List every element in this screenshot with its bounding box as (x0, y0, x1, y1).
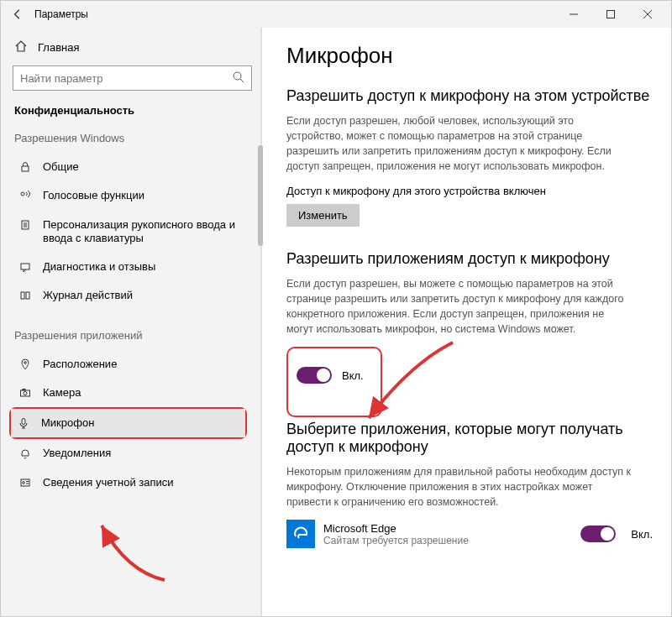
app-edge-toggle-label: Вкл. (631, 528, 653, 541)
activity-icon (18, 289, 33, 301)
section-app-permissions: Разрешения приложений (14, 329, 252, 342)
section1-title: Разрешить доступ к микрофону на этом уст… (286, 87, 653, 105)
section1-desc: Если доступ разрешен, любой человек, исп… (286, 113, 631, 175)
svg-rect-6 (22, 166, 29, 171)
svg-rect-14 (26, 292, 29, 299)
sidebar-item-location[interactable]: Расположение (13, 350, 252, 379)
titlebar: Параметры (1, 1, 671, 28)
app-edge-toggle[interactable] (580, 525, 616, 542)
microphone-icon (16, 416, 31, 429)
svg-rect-19 (22, 419, 25, 425)
section2-desc: Если доступ разрешен, вы можете с помощь… (286, 276, 631, 337)
change-button[interactable]: Изменить (286, 204, 360, 227)
svg-rect-13 (21, 292, 24, 299)
back-button[interactable] (6, 3, 29, 26)
sidebar-item-label: Расположение (43, 358, 117, 371)
sidebar-item-label: Персонализация рукописного ввода и ввода… (43, 218, 247, 246)
lock-icon (18, 160, 33, 173)
apps-access-toggle[interactable] (297, 367, 332, 384)
feedback-icon (18, 260, 33, 273)
sidebar-item-label: Голосовые функции (43, 189, 144, 202)
section3-desc: Некоторым приложениям для правильной раб… (286, 464, 631, 510)
search-input[interactable] (13, 65, 252, 91)
sidebar-home[interactable]: Главная (13, 34, 252, 65)
sidebar-item-label: Камера (43, 386, 81, 400)
svg-rect-18 (23, 389, 25, 390)
edge-icon (286, 520, 315, 548)
close-button[interactable] (629, 2, 666, 27)
app-sub: Сайтам требуется разрешение (323, 535, 572, 546)
sidebar-category: Конфиденциальность (14, 104, 252, 117)
home-icon (14, 39, 28, 55)
svg-point-21 (23, 481, 25, 484)
minimize-button[interactable] (555, 2, 592, 27)
location-icon (18, 358, 33, 370)
sidebar-item-label: Сведения учетной записи (43, 476, 174, 489)
svg-point-15 (24, 361, 27, 363)
device-access-status: Доступ к микрофону для этого устройства … (286, 185, 653, 197)
account-icon (18, 476, 33, 489)
app-name: Microsoft Edge (323, 522, 572, 535)
sidebar-item-camera[interactable]: Камера (13, 379, 252, 407)
sidebar-item-inking[interactable]: Персонализация рукописного ввода и ввода… (13, 211, 252, 254)
maximize-button[interactable] (592, 2, 629, 27)
sidebar-item-speech[interactable]: Голосовые функции (13, 181, 252, 210)
window-title: Параметры (34, 8, 88, 20)
speech-icon (18, 189, 33, 201)
bell-icon (18, 447, 33, 459)
clipboard-icon (18, 218, 33, 231)
content-area: Микрофон Разрешить доступ к микрофону на… (261, 28, 671, 616)
svg-point-4 (234, 72, 241, 80)
sidebar-item-microphone[interactable]: Микрофон (11, 409, 245, 437)
sidebar-item-diagnostics[interactable]: Диагностика и отзывы (13, 253, 252, 281)
section-windows-permissions: Разрешения Windows (14, 132, 252, 144)
sidebar-item-notifications[interactable]: Уведомления (13, 439, 252, 468)
svg-point-7 (21, 192, 24, 196)
app-row-edge: Microsoft Edge Сайтам требуется разрешен… (286, 520, 653, 548)
svg-line-5 (240, 79, 244, 82)
section3-title: Выберите приложения, которые могут получ… (286, 421, 653, 456)
sidebar-item-label: Диагностика и отзывы (43, 260, 155, 274)
search-box[interactable] (13, 65, 252, 91)
camera-icon (18, 386, 33, 399)
svg-point-17 (24, 391, 27, 395)
svg-rect-1 (607, 11, 615, 18)
sidebar: Главная Конфиденциальность Разрешения Wi… (1, 28, 261, 616)
sidebar-item-label: Общие (43, 160, 79, 174)
page-title: Микрофон (286, 43, 653, 69)
search-icon (232, 71, 245, 86)
apps-access-toggle-label: Вкл. (342, 369, 364, 382)
sidebar-item-label: Уведомления (43, 447, 111, 460)
sidebar-home-label: Главная (38, 41, 79, 54)
sidebar-item-label: Микрофон (41, 416, 94, 430)
sidebar-item-account[interactable]: Сведения учетной записи (13, 468, 252, 497)
section2-title: Разрешить приложениям доступ к микрофону (286, 250, 653, 268)
svg-rect-12 (21, 264, 29, 269)
sidebar-item-general[interactable]: Общие (13, 153, 252, 181)
sidebar-item-activity[interactable]: Журнал действий (13, 281, 252, 310)
sidebar-item-label: Журнал действий (43, 289, 133, 302)
